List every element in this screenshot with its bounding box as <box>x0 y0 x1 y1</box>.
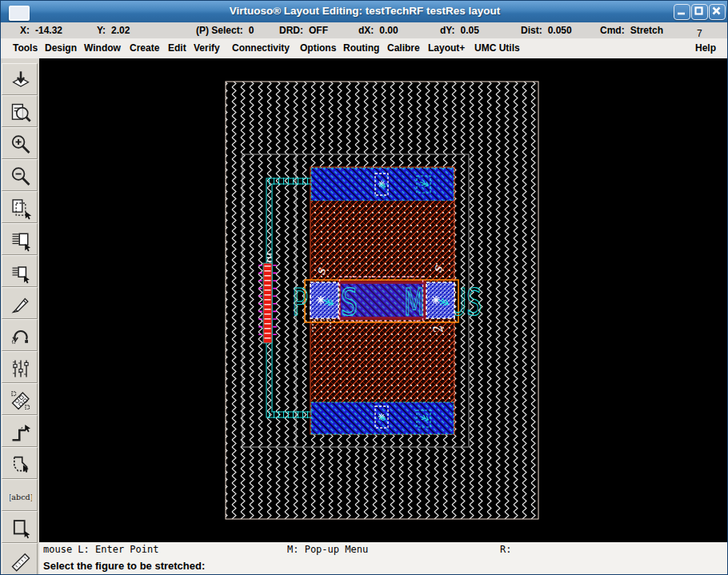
menu-verify[interactable]: Verify <box>194 42 220 54</box>
mouse-binding-bar: mouse L: Enter Point M: Pop-up Menu R: <box>39 542 728 557</box>
move-button[interactable] <box>2 223 38 255</box>
zoom-out-icon <box>10 166 32 188</box>
prompt-message: Select the figure to be stretched: <box>43 560 205 572</box>
create-rect-icon <box>10 517 32 540</box>
menu-routing[interactable]: Routing <box>343 42 379 54</box>
rotate-button[interactable] <box>2 319 38 351</box>
status-drd: DRD:OFF <box>279 25 328 36</box>
create-path-icon <box>10 421 32 444</box>
properties-button[interactable] <box>2 351 38 383</box>
menu-connectivity[interactable]: Connectivity <box>232 42 290 54</box>
layout-canvas[interactable]: PLUS MINUS <box>39 58 728 542</box>
pencil-button[interactable] <box>2 287 38 319</box>
menu-help[interactable]: Help <box>695 42 716 54</box>
create-polygon-icon <box>10 453 32 476</box>
status-dx: dX:0.00 <box>358 25 398 36</box>
svg-text:[abcd]: [abcd] <box>10 493 32 501</box>
pick-instances-button[interactable] <box>2 383 38 415</box>
maximize-icon <box>694 6 704 16</box>
create-polygon-button[interactable] <box>2 447 38 479</box>
create-rect-button[interactable] <box>2 511 38 543</box>
status-select-count: (P) Select:0 <box>196 25 254 36</box>
menu-calibre[interactable]: Calibre <box>387 42 420 54</box>
menu-bar: Tools Design Window Create Edit Verify C… <box>1 38 728 58</box>
create-path-button[interactable] <box>2 415 38 447</box>
rotate-icon <box>10 325 32 348</box>
ruler-icon <box>10 549 32 572</box>
create-label-button[interactable]: [abcd] <box>2 479 38 511</box>
minimize-button[interactable] <box>674 4 690 20</box>
tool-palette: [abcd] <box>1 58 40 575</box>
pencil-icon <box>10 293 32 316</box>
descend-icon <box>10 70 32 92</box>
menu-design[interactable]: Design <box>45 42 77 54</box>
status-counter: 7 <box>697 28 702 39</box>
zoom-out-button[interactable] <box>2 159 38 191</box>
virtuoso-window: Virtuoso® Layout Editing: testTechRF tes… <box>0 0 728 575</box>
copy-icon <box>10 198 32 220</box>
properties-icon <box>10 357 32 380</box>
menu-layout-plus[interactable]: Layout+ <box>428 42 465 54</box>
fit-view-icon <box>10 102 32 124</box>
status-dy: dY:0.05 <box>440 25 479 36</box>
zoom-in-button[interactable] <box>2 127 38 159</box>
status-bar: X:-14.32 Y:2.02 (P) Select:0 DRD:OFF dX:… <box>1 22 728 39</box>
ruler-button[interactable] <box>2 543 38 575</box>
create-label-icon: [abcd] <box>10 485 32 508</box>
copy-button[interactable] <box>2 191 38 223</box>
minimize-icon <box>676 6 686 16</box>
menu-tools[interactable]: Tools <box>13 42 38 54</box>
menu-umc-utils[interactable]: UMC Utils <box>474 42 520 54</box>
menu-edit[interactable]: Edit <box>168 42 186 54</box>
prompt-message-bar: Select the figure to be stretched: <box>39 557 728 575</box>
zoom-in-icon <box>10 134 32 156</box>
stretch-icon <box>10 262 32 284</box>
menu-window[interactable]: Window <box>84 42 121 54</box>
close-icon <box>711 6 722 16</box>
status-cmd: Cmd:Stretch <box>600 25 663 36</box>
mouse-left-binding: mouse L: Enter Point <box>43 544 159 555</box>
stretch-button[interactable] <box>2 255 38 287</box>
close-button[interactable] <box>709 4 726 20</box>
layout-drawing: PLUS MINUS <box>39 58 728 542</box>
pick-instances-icon <box>10 389 32 412</box>
window-title: Virtuoso® Layout Editing: testTechRF tes… <box>1 5 728 17</box>
menu-create[interactable]: Create <box>130 42 159 54</box>
status-x: X:-14.32 <box>20 25 62 36</box>
mouse-middle-binding: M: Pop-up Menu <box>287 544 368 555</box>
status-y: Y:2.02 <box>97 25 130 36</box>
fit-view-button[interactable] <box>2 95 38 127</box>
status-dist: Dist:0.050 <box>521 25 572 36</box>
move-icon <box>10 230 32 252</box>
mouse-right-binding: R: <box>500 544 511 555</box>
descend-button[interactable] <box>2 63 38 95</box>
menu-options[interactable]: Options <box>300 42 336 54</box>
maximize-button[interactable] <box>691 4 708 20</box>
title-bar[interactable]: Virtuoso® Layout Editing: testTechRF tes… <box>1 1 728 23</box>
